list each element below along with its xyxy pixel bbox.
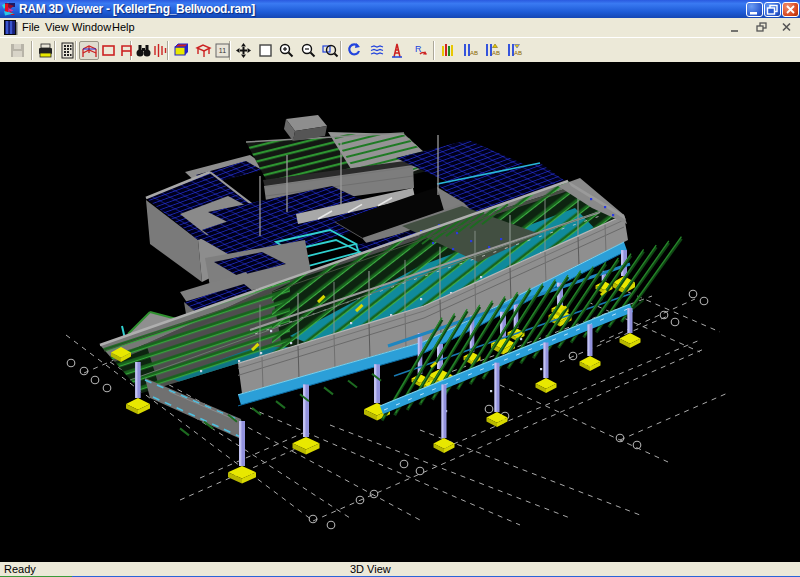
svg-text:11: 11: [219, 47, 226, 54]
svg-text:AB: AB: [470, 50, 478, 56]
svg-text:AB: AB: [492, 50, 500, 56]
svg-text:AB: AB: [514, 50, 522, 56]
